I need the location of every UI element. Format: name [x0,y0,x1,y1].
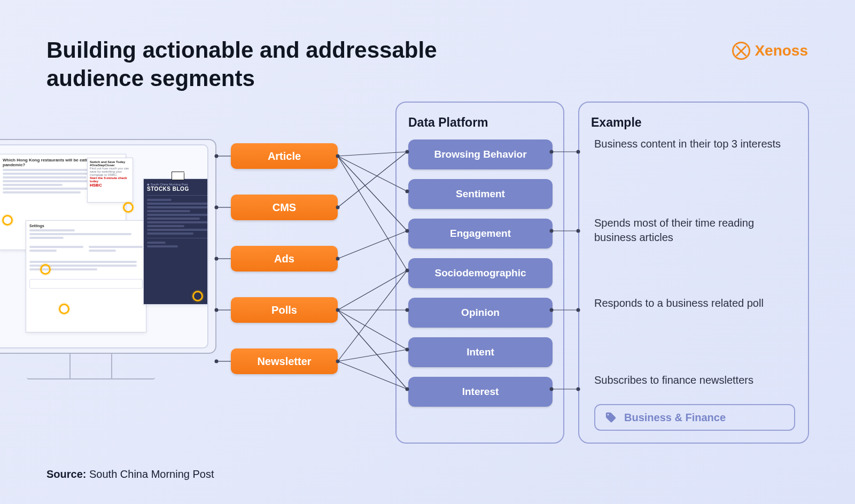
mock-poll: Settings [26,220,146,332]
brand-text: Xenoss [755,42,808,59]
example-browsing: Business content in their top 3 interest… [594,137,781,151]
example-interest: Subscribes to finance newsletters [594,373,753,387]
mail-icon [172,172,184,180]
example-engagement: Spends most of their time reading busine… [594,216,792,245]
dp-engagement: Engagement [408,219,553,249]
segment-tag-label: Business & Finance [624,412,726,424]
dp-sentiment: Sentiment [408,179,553,209]
mock-ad: Switch and Save Today #OneStepCloser Fin… [87,158,133,203]
page-title: Building actionable and addressable audi… [46,36,442,92]
dp-sociodemo: Sociodemographic [408,258,553,288]
monitor-illustration: Which Hong Kong restaurants will be eati… [0,139,216,396]
source-article: Article [231,143,338,169]
brand-icon [732,42,750,60]
source-newsletter: Newsletter [231,348,338,374]
tag-icon [605,412,617,423]
dp-browsing: Browsing Behavior [408,139,553,169]
dp-intent: Intent [408,337,553,367]
segment-tag: Business & Finance [594,404,795,431]
data-platform-title: Data Platform [408,115,551,130]
data-platform-panel: Data Platform Browsing BehaviorSentiment… [395,102,564,444]
mock-newsletter: ◆ South China Morning Post STOCKS BLOG [143,179,208,305]
example-panel: Example Business content in their top 3 … [578,102,809,444]
source-polls: Polls [231,297,338,323]
brand-logo: Xenoss [732,42,808,60]
source-cms: CMS [231,195,338,220]
dp-interest: Interest [408,377,553,407]
example-opinion: Responds to a business related poll [594,296,764,311]
source-footer: Source: South China Morning Post [46,468,214,480]
dp-opinion: Opinion [408,298,553,328]
source-ads: Ads [231,246,338,272]
example-title: Example [591,115,796,130]
